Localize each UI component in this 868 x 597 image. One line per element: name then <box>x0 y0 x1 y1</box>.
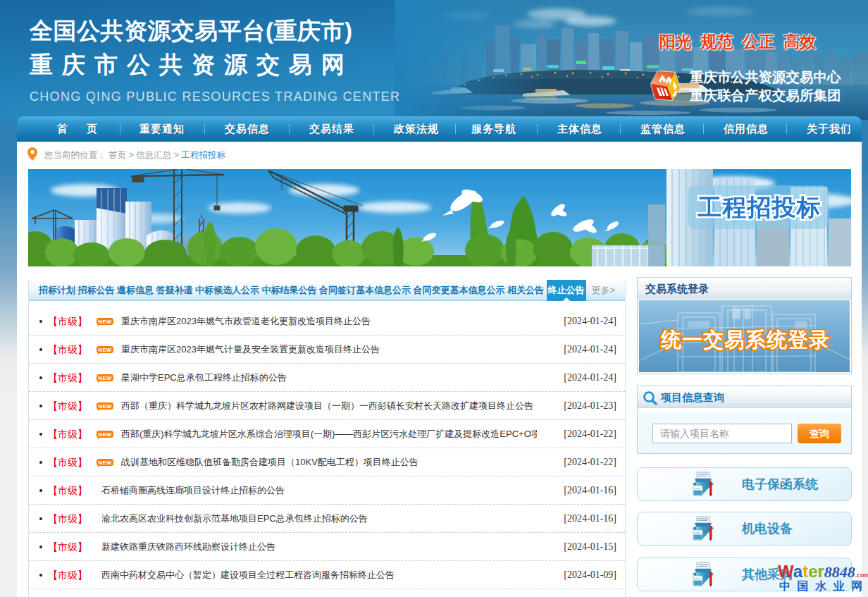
svg-text:工程招投标: 工程招投标 <box>698 194 822 221</box>
svg-text:统一交易系统登录: 统一交易系统登录 <box>660 328 830 351</box>
